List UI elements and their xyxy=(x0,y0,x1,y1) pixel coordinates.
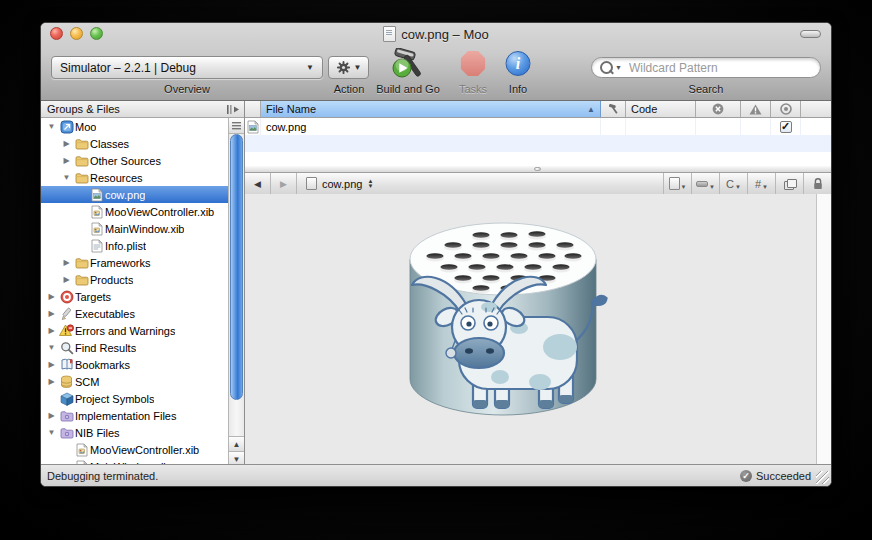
sidebar-scrollbar[interactable]: ▲ ▼ xyxy=(228,118,244,466)
sidebar-item-other-sources[interactable]: ▶Other Sources xyxy=(41,152,228,169)
sidebar-item-project-symbols[interactable]: Project Symbols xyxy=(41,390,228,407)
toolbar-toggle-button[interactable] xyxy=(800,30,821,38)
search-options-chevron-icon[interactable]: ▼ xyxy=(615,64,622,71)
build-status-text[interactable]: Succeeded xyxy=(756,470,811,482)
disclosure-triangle-collapsed[interactable]: ▶ xyxy=(45,377,58,386)
lock-icon xyxy=(812,177,824,190)
sidebar-item-products[interactable]: ▶Products xyxy=(41,271,228,288)
search-label: Search xyxy=(689,83,724,95)
sidebar-item-find-results[interactable]: ▼Find Results xyxy=(41,339,228,356)
sidebar-item-bookmarks[interactable]: ▶Bookmarks xyxy=(41,356,228,373)
pane-splitter[interactable] xyxy=(245,166,831,173)
disclosure-triangle-expanded[interactable]: ▼ xyxy=(45,428,58,437)
toolbar: Simulator – 2.2.1 | Debug ▼ Overview ▼ xyxy=(41,45,831,101)
sidebar-item-label: Moo xyxy=(75,121,96,133)
disclosure-triangle-collapsed[interactable]: ▶ xyxy=(45,309,58,318)
info-button[interactable]: i xyxy=(506,51,531,76)
sidebar-item-scm[interactable]: ▶SCM xyxy=(41,373,228,390)
lock-button[interactable] xyxy=(803,173,831,194)
file-list-row-cow-png[interactable]: cow.png ✓ xyxy=(245,118,831,135)
editor-vertical-scrollbar[interactable] xyxy=(816,194,831,466)
disclosure-triangle-collapsed[interactable]: ▶ xyxy=(60,156,73,165)
sidebar-item-implementation-files[interactable]: ▶Implementation Files xyxy=(41,407,228,424)
bookmarks-menu-button[interactable]: ▼ xyxy=(663,173,691,194)
disclosure-triangle-collapsed[interactable]: ▶ xyxy=(60,275,73,284)
sidebar-item-mooviewcontroller-xib[interactable]: MooViewController.xib xyxy=(41,203,228,220)
scrollbar-track[interactable] xyxy=(229,134,244,436)
splitter-dimple-icon[interactable] xyxy=(534,167,541,171)
disclosure-triangle-collapsed[interactable]: ▶ xyxy=(45,326,58,335)
split-view-icon[interactable] xyxy=(226,104,240,115)
sidebar-item-errors-and-warnings[interactable]: ▶Errors and Warnings xyxy=(41,322,228,339)
file-name-column-header[interactable]: File Name ▲ xyxy=(261,101,601,117)
warning-icon xyxy=(749,104,762,115)
breakpoints-menu-button[interactable]: ▼ xyxy=(691,173,719,194)
chevron-down-icon: ▼ xyxy=(306,63,314,72)
disclosure-triangle-expanded[interactable]: ▼ xyxy=(45,122,58,131)
find-icon xyxy=(58,341,75,355)
tasks-button[interactable] xyxy=(461,51,486,76)
sidebar-item-cow-png[interactable]: cow.png xyxy=(41,186,228,203)
disclosure-triangle-collapsed[interactable]: ▶ xyxy=(60,258,73,267)
search-input[interactable] xyxy=(627,60,812,76)
search-field[interactable]: ▼ xyxy=(591,57,821,78)
title-bar[interactable]: cow.png – Moo xyxy=(41,23,831,45)
window-chrome: cow.png – Moo Simulator – 2.2.1 | Debug … xyxy=(41,23,831,101)
disclosure-triangle-collapsed[interactable]: ▶ xyxy=(60,139,73,148)
window-title: cow.png – Moo xyxy=(401,27,488,42)
resize-grip[interactable] xyxy=(816,471,829,484)
go-forward-button[interactable]: ▶ xyxy=(271,173,297,194)
overview-label: Overview xyxy=(164,83,210,95)
counterpart-button[interactable] xyxy=(775,173,803,194)
sidebar-item-label: Products xyxy=(90,274,133,286)
filler-column-header xyxy=(801,101,831,117)
disclosure-triangle-collapsed[interactable]: ▶ xyxy=(45,411,58,420)
warnings-column-header[interactable] xyxy=(741,101,771,117)
errors-column-header[interactable] xyxy=(696,101,741,117)
file-history-popup[interactable]: cow.png ▲▼ xyxy=(297,173,382,194)
sidebar-item-mooviewcontroller-xib[interactable]: MooViewController.xib xyxy=(41,441,228,458)
action-popup[interactable]: ▼ xyxy=(328,56,369,79)
sidebar-item-classes[interactable]: ▶Classes xyxy=(41,135,228,152)
disclosure-triangle-expanded[interactable]: ▼ xyxy=(45,343,58,352)
sidebar-item-info-plist[interactable]: Info.plist xyxy=(41,237,228,254)
sidebar-item-nib-files[interactable]: ▼NIB Files xyxy=(41,424,228,441)
code-column-header[interactable]: Code xyxy=(626,101,696,117)
sidebar-header[interactable]: Groups & Files xyxy=(41,101,244,118)
target-icon xyxy=(780,103,792,115)
build-succeeded-icon: ✓ xyxy=(740,470,752,482)
build-and-go-button[interactable] xyxy=(390,48,426,80)
sidebar-item-label: Classes xyxy=(90,138,129,150)
file-list-header: File Name ▲ Code xyxy=(245,101,831,118)
go-back-button[interactable]: ◀ xyxy=(245,173,271,194)
sidebar-item-moo[interactable]: ▼Moo xyxy=(41,118,228,135)
sidebar-item-targets[interactable]: ▶Targets xyxy=(41,288,228,305)
sidebar-item-mainwindow-xib[interactable]: MainWindow.xib xyxy=(41,220,228,237)
file-stepper-icon: ▲▼ xyxy=(367,179,373,189)
target-column-header[interactable] xyxy=(771,101,801,117)
scrollbar-thumb[interactable] xyxy=(230,134,243,400)
overview-popup[interactable]: Simulator – 2.2.1 | Debug ▼ xyxy=(51,56,323,79)
document-proxy-icon[interactable] xyxy=(383,26,396,42)
file-icon-column-header[interactable] xyxy=(245,101,261,117)
empty-row xyxy=(245,152,831,166)
sidebar-item-executables[interactable]: ▶Executables xyxy=(41,305,228,322)
disclosure-triangle-collapsed[interactable]: ▶ xyxy=(45,360,58,369)
sidebar-item-resources[interactable]: ▼Resources xyxy=(41,169,228,186)
sidebar-item-frameworks[interactable]: ▶Frameworks xyxy=(41,254,228,271)
sidebar-item-label: Errors and Warnings xyxy=(75,325,175,337)
build-column-header[interactable] xyxy=(601,101,626,117)
sidebar-options-button[interactable] xyxy=(229,118,244,134)
main-content: Groups & Files ▼Moo▶Classes▶Other Source… xyxy=(41,101,831,466)
xcode-project-icon xyxy=(58,120,75,134)
current-file-name: cow.png xyxy=(322,178,362,190)
target-membership-checkbox[interactable]: ✓ xyxy=(780,121,792,133)
disclosure-triangle-collapsed[interactable]: ▶ xyxy=(45,292,58,301)
class-hierarchy-menu-button[interactable]: C ▼ xyxy=(719,173,747,194)
disclosure-triangle-expanded[interactable]: ▼ xyxy=(60,173,73,182)
status-bar: Debugging terminated. ✓ Succeeded xyxy=(41,464,831,486)
folder-icon xyxy=(73,138,90,150)
sidebar-item-label: Find Results xyxy=(75,342,136,354)
line-number-menu-button[interactable]: # ▼ xyxy=(747,173,775,194)
scroll-up-button[interactable]: ▲ xyxy=(229,436,244,451)
